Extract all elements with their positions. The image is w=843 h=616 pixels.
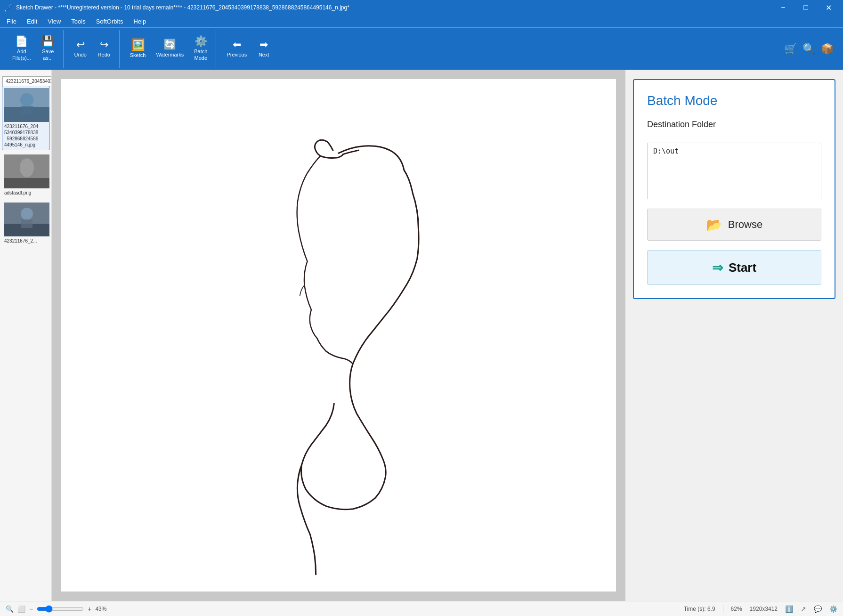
- svg-rect-11: [139, 79, 538, 592]
- main-area: Source Im... 423211676_2045340399178838_…: [0, 70, 843, 601]
- zoom-actual-icon[interactable]: ⬜: [17, 605, 25, 613]
- redo-icon: ↪: [100, 40, 108, 50]
- batch-mode-button[interactable]: ⚙️ BatchMode: [189, 33, 212, 64]
- box-icon[interactable]: 📦: [821, 43, 834, 55]
- app-icon: 🖊️: [4, 3, 13, 12]
- browse-label: Browse: [728, 219, 762, 231]
- batch-panel: Batch Mode Destination Folder 📂 Browse ⇒…: [633, 79, 835, 299]
- menu-tools[interactable]: Tools: [66, 15, 90, 27]
- menu-edit[interactable]: Edit: [22, 15, 42, 27]
- destination-folder-label: Destination Folder: [647, 120, 821, 130]
- svg-point-2: [20, 93, 33, 106]
- svg-rect-5: [4, 178, 49, 188]
- sketch-label: Sketch: [130, 52, 146, 58]
- status-separator: [723, 605, 723, 613]
- batch-mode-label: BatchMode: [194, 49, 207, 61]
- sketch-button[interactable]: 🖼️ Sketch: [125, 36, 151, 61]
- time-label: Time (s): 6.9: [684, 606, 715, 612]
- undo-icon: ↩: [76, 40, 85, 50]
- thumb-svg-1: [4, 154, 49, 188]
- watermarks-label: Watermarks: [156, 52, 184, 58]
- start-button[interactable]: ⇒ Start: [647, 250, 821, 285]
- redo-button[interactable]: ↪ Redo: [93, 37, 115, 61]
- canvas-area: [52, 70, 625, 601]
- menu-bar: File Edit View Tools SoftOrbits Help: [0, 15, 843, 27]
- canvas-inner: [61, 79, 616, 592]
- zoom-display: 43%: [95, 606, 106, 612]
- maximize-button[interactable]: □: [795, 0, 817, 15]
- sidebar-item-0[interactable]: 423211676_2045340399178838_5928688245864…: [2, 86, 49, 150]
- browse-folder-icon: 📂: [706, 217, 722, 233]
- destination-folder-input[interactable]: [647, 143, 821, 199]
- next-button[interactable]: ➡ Next: [252, 37, 275, 61]
- minimize-button[interactable]: −: [772, 0, 794, 15]
- zoom-slider-wrap: [37, 605, 84, 613]
- window-title: Sketch Drawer - ****Unregistered version…: [16, 4, 349, 11]
- previous-label: Previous: [227, 52, 247, 58]
- browse-button[interactable]: 📂 Browse: [647, 209, 821, 241]
- menu-softorbits[interactable]: SoftOrbits: [91, 15, 128, 27]
- info-icon[interactable]: ℹ️: [785, 605, 793, 613]
- thumb-image-1: [4, 154, 49, 188]
- svg-point-9: [21, 208, 33, 220]
- thumb-image-2: [4, 203, 49, 236]
- sidebar-item-2[interactable]: 423211676_2...: [2, 200, 49, 246]
- menu-view[interactable]: View: [43, 15, 65, 27]
- thumb-image-0: [4, 88, 49, 122]
- add-files-label: AddFile(s)...: [12, 49, 31, 61]
- thumb-svg-2: [4, 203, 49, 236]
- toolbar-group-nav: ⬅ Previous ➡ Next: [218, 30, 279, 68]
- batch-panel-title: Batch Mode: [647, 93, 821, 108]
- save-as-button[interactable]: 💾 Saveas...: [37, 33, 59, 64]
- thumb-label-0: 423211676_2045340399178838_5928688245864…: [4, 123, 47, 148]
- save-as-icon: 💾: [41, 36, 54, 47]
- svg-rect-10: [21, 219, 32, 228]
- batch-mode-icon: ⚙️: [195, 36, 207, 47]
- toolbar-group-sketch: 🖼️ Sketch 🔄 Watermarks ⚙️ BatchMode: [122, 30, 217, 68]
- sidebar: Source Im... 423211676_2045340399178838_…: [0, 70, 52, 601]
- start-arrow-icon: ⇒: [712, 260, 723, 276]
- thumb-svg-0: [4, 88, 49, 122]
- feedback-icon[interactable]: 💬: [814, 605, 822, 613]
- title-bar: 🖊️ Sketch Drawer - ****Unregistered vers…: [0, 0, 843, 15]
- toolbar-group-undo: ↩ Undo ↪ Redo: [65, 30, 120, 68]
- toolbar: 📄 AddFile(s)... 💾 Saveas... ↩ Undo ↪ Red…: [0, 27, 843, 70]
- watermarks-button[interactable]: 🔄 Watermarks: [151, 37, 188, 61]
- watermarks-icon: 🔄: [163, 40, 176, 50]
- cart-icon[interactable]: 🛒: [784, 43, 797, 55]
- status-left: 🔍 ⬜ − + 43%: [6, 605, 676, 613]
- share-icon[interactable]: ↗: [801, 605, 806, 613]
- start-label: Start: [729, 260, 756, 275]
- previous-icon: ⬅: [233, 40, 241, 50]
- sketch-icon: 🖼️: [131, 39, 145, 50]
- svg-point-6: [20, 158, 34, 177]
- zoom-minus-icon[interactable]: −: [29, 605, 33, 613]
- next-label: Next: [259, 52, 269, 58]
- search-icon[interactable]: 🔍: [802, 43, 815, 55]
- close-button[interactable]: ✕: [818, 0, 839, 15]
- menu-help[interactable]: Help: [129, 15, 151, 27]
- zoom-percent: 62%: [731, 606, 742, 612]
- zoom-plus-icon[interactable]: +: [88, 605, 91, 613]
- undo-label: Undo: [74, 52, 87, 58]
- menu-file[interactable]: File: [2, 15, 21, 27]
- sidebar-item-1[interactable]: adsfasdf.png: [2, 152, 49, 198]
- zoom-fit-icon[interactable]: 🔍: [6, 605, 14, 613]
- toolbar-right: 🛒 🔍 📦: [784, 43, 839, 55]
- save-as-label: Saveas...: [42, 49, 54, 61]
- sidebar-section-label: Source Im...: [2, 73, 49, 86]
- resolution: 1920x3412: [750, 606, 778, 612]
- undo-button[interactable]: ↩ Undo: [69, 37, 92, 61]
- status-bar: 🔍 ⬜ − + 43% Time (s): 6.9 62% 1920x3412 …: [0, 601, 843, 616]
- zoom-slider[interactable]: [37, 605, 84, 613]
- add-files-button[interactable]: 📄 AddFile(s)...: [8, 33, 36, 64]
- redo-label: Redo: [98, 52, 110, 58]
- add-files-icon: 📄: [15, 36, 28, 47]
- status-right: Time (s): 6.9 62% 1920x3412 ℹ️ ↗ 💬 ⚙️: [684, 605, 837, 613]
- settings-icon[interactable]: ⚙️: [829, 605, 837, 613]
- thumb-label-2: 423211676_2...: [4, 238, 47, 244]
- next-icon: ➡: [259, 40, 268, 50]
- previous-button[interactable]: ⬅ Previous: [222, 37, 251, 61]
- title-bar-controls: − □ ✕: [772, 0, 839, 15]
- thumb-label-1: adsfasdf.png: [4, 190, 47, 196]
